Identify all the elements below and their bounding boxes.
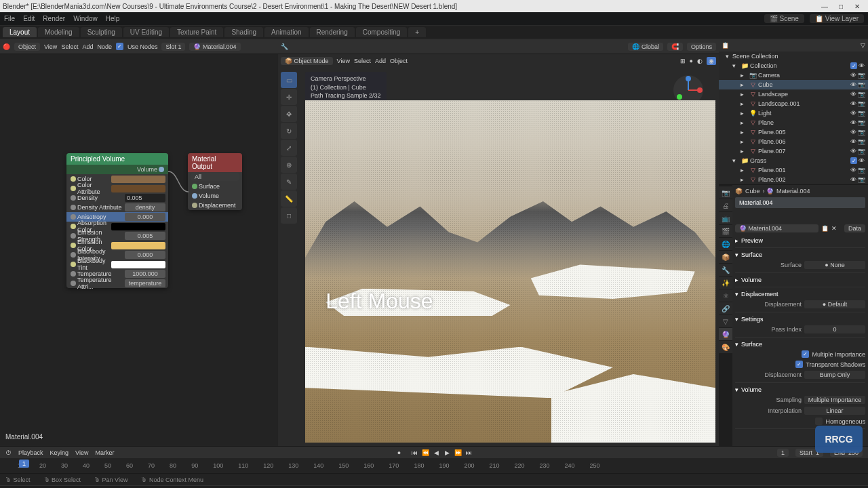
socket-icon[interactable] <box>71 243 76 248</box>
filter-icon[interactable]: ▽ <box>861 42 865 49</box>
tab-layout[interactable]: Layout <box>3 27 37 37</box>
proptab-object[interactable]: 📦 <box>719 251 732 263</box>
maximize-button[interactable]: □ <box>833 3 849 10</box>
tab-animation[interactable]: Animation <box>264 27 308 37</box>
play-icon[interactable]: ▶ <box>443 449 452 456</box>
tab-compositing[interactable]: Compositing <box>356 27 408 37</box>
proptab-physics[interactable]: ⚛ <box>719 289 732 302</box>
proptab-world[interactable]: 🌐 <box>719 238 732 250</box>
proptab-output[interactable]: 🖨 <box>719 199 732 211</box>
timeline-marker[interactable]: Marker <box>95 449 114 456</box>
vp-menu-add[interactable]: Add <box>375 58 386 64</box>
tool-move[interactable]: ✥ <box>281 106 297 122</box>
outliner-item[interactable]: ▸▽Plane👁📷 <box>719 118 868 127</box>
color-swatch[interactable] <box>111 176 165 183</box>
proptab-data[interactable]: ▽ <box>719 315 732 327</box>
outliner-item[interactable]: ▸▽Plane.001👁📷 <box>719 165 868 175</box>
socket-icon[interactable] <box>71 224 76 229</box>
socket-icon[interactable] <box>71 281 76 286</box>
tab-modeling[interactable]: Modeling <box>38 27 79 37</box>
timeline-type-icon[interactable]: ⏱ <box>5 449 12 456</box>
sec-surface[interactable]: ▾ Surface <box>735 250 865 260</box>
minimize-button[interactable]: — <box>816 3 833 10</box>
tool-scale[interactable]: ⤢ <box>281 140 297 156</box>
outliner-item[interactable]: ▸▽Cube👁📷 <box>719 80 868 89</box>
play-rev-icon[interactable]: ◀ <box>432 449 441 456</box>
editor-type-icon[interactable]: 🔧 <box>281 43 288 50</box>
tool-annotate[interactable]: ✎ <box>281 174 297 190</box>
param-value[interactable]: temperature <box>125 279 165 287</box>
shading-wireframe-icon[interactable]: ⊞ <box>680 58 686 64</box>
sec-volume2[interactable]: ▾ Volume <box>735 385 865 394</box>
timeline-keying[interactable]: Keying <box>50 449 69 456</box>
shading-matprev-icon[interactable]: ◐ <box>697 58 703 64</box>
timeline[interactable]: 1 10203040506070809010011012013014015016… <box>0 458 868 473</box>
displacement-value[interactable]: ● Default <box>804 300 865 308</box>
tool-measure[interactable]: 📏 <box>281 190 297 207</box>
tool-addcube[interactable]: □ <box>281 207 297 224</box>
jump-start-icon[interactable]: ⏮ <box>410 449 420 456</box>
menu-help[interactable]: Help <box>106 15 120 22</box>
color-swatch[interactable] <box>111 261 165 268</box>
node-param-row[interactable]: Density0.005 <box>66 193 168 203</box>
mode-selector[interactable]: 📦 Object Mode <box>281 57 333 65</box>
transparent-shadows-check[interactable]: ✓ <box>795 361 803 368</box>
outliner-item[interactable]: ▸📷Camera👁📷 <box>719 70 868 80</box>
vp-menu-object[interactable]: Object <box>390 58 408 64</box>
node-menu-node[interactable]: Node <box>97 43 112 50</box>
sec-preview[interactable]: ▸ Preview <box>735 236 865 245</box>
outliner-item[interactable]: ▸▽Plane.002👁📷 <box>719 175 868 184</box>
node-editor[interactable]: 🔴 Object View Select Add Node ✓ Use Node… <box>0 39 278 446</box>
node-material-output[interactable]: Material Output All Surface Volume Displ… <box>188 153 242 210</box>
node-menu-select[interactable]: Select <box>61 43 78 50</box>
next-key-icon[interactable]: ⏩ <box>454 449 463 456</box>
tab-shading[interactable]: Shading <box>224 27 263 37</box>
param-value[interactable]: 0.005 <box>125 232 165 240</box>
socket-surface-in[interactable] <box>192 184 197 189</box>
viewlayer-selector[interactable]: 📋 View Layer <box>810 14 864 23</box>
param-value[interactable]: 0.005 <box>125 194 165 202</box>
material-selector[interactable]: 🔮 Material.004 <box>189 43 240 51</box>
socket-icon[interactable] <box>71 252 76 258</box>
socket-icon[interactable] <box>71 205 76 210</box>
outliner-item[interactable]: ▸▽Plane.007👁📷 <box>719 146 868 156</box>
socket-icon[interactable] <box>71 214 76 220</box>
socket-icon[interactable] <box>71 233 76 239</box>
node-param-row[interactable]: Color Attribute <box>66 184 168 193</box>
param-value[interactable]: 0.000 <box>125 251 165 259</box>
unlink-icon[interactable]: ✕ <box>831 225 837 232</box>
proptab-scene[interactable]: 🎬 <box>719 225 732 237</box>
options-btn[interactable]: Options <box>687 43 716 51</box>
snap-icon[interactable]: 🧲 <box>667 43 683 51</box>
tab-texture[interactable]: Texture Paint <box>170 27 223 37</box>
nodeedit-type-icon[interactable]: 🔴 <box>3 43 10 50</box>
tool-transform[interactable]: ⊕ <box>281 157 297 173</box>
proptab-render[interactable]: 📷 <box>719 186 732 199</box>
autokey-icon[interactable]: ● <box>394 449 403 456</box>
socket-displacement-in[interactable] <box>192 203 197 208</box>
menu-render[interactable]: Render <box>43 15 65 22</box>
tool-select[interactable]: ▭ <box>281 72 297 88</box>
socket-volume-in[interactable] <box>192 193 197 199</box>
orientation[interactable]: 🌐 Global <box>628 43 663 51</box>
disp-method[interactable]: Bump Only <box>804 371 865 379</box>
sec-volume[interactable]: ▸ Volume <box>735 275 865 285</box>
socket-icon[interactable] <box>71 176 76 182</box>
menu-edit[interactable]: Edit <box>23 15 35 22</box>
socket-icon[interactable] <box>71 262 76 267</box>
node-param-row[interactable]: Blackbody Tint <box>66 260 168 269</box>
vp-menu-select[interactable]: Select <box>354 58 371 64</box>
sec-displacement[interactable]: ▾ Displacement <box>735 289 865 299</box>
sec-surface2[interactable]: ▾ Surface <box>735 340 865 349</box>
material-name-field[interactable]: 🔮 Material.004 <box>735 224 818 232</box>
close-button[interactable]: ✕ <box>849 3 865 10</box>
proptab-modifier[interactable]: 🔧 <box>719 264 732 276</box>
scene-selector[interactable]: 🎬 Scene <box>764 14 804 23</box>
socket-icon[interactable] <box>71 186 76 191</box>
menu-window[interactable]: Window <box>73 15 98 22</box>
proptab-particle[interactable]: ✨ <box>719 277 732 289</box>
output-target[interactable]: All <box>191 173 239 181</box>
collection-row[interactable]: ▾📁Collection✓👁 <box>719 61 868 70</box>
node-param-row[interactable]: Temperature Attri...temperature <box>66 279 168 288</box>
viewport[interactable]: 🔧 🌐 Global 🧲 Options 📦 Object Mode View … <box>278 39 719 446</box>
